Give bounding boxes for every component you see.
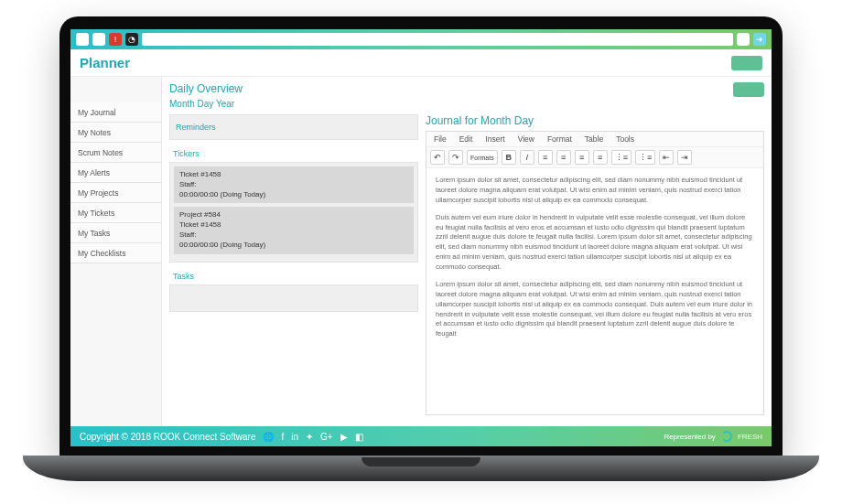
home-icon[interactable]: ◐	[76, 33, 89, 46]
editor-menubar: File Edit Insert View Format Table Tools	[426, 132, 763, 147]
sidebar-item-journal[interactable]: My Journal	[70, 102, 161, 123]
tasks-heading: Tasks	[169, 268, 418, 284]
clock-icon[interactable]: ◔	[125, 33, 138, 46]
journal-heading: Journal for Month Day	[426, 114, 764, 127]
align-justify-button[interactable]: ≡	[593, 150, 608, 165]
editor-toolbar: Formats B I ≡ ≡ ≡ ≡ ⋮≡ ⋮≡	[426, 147, 763, 168]
reminders-heading: Reminders	[176, 119, 412, 135]
tickers-heading: Tickers	[169, 145, 418, 162]
app-root: ◐ ▦ ! ◔ ︿ ➜ Planner	[70, 29, 772, 446]
facebook-icon[interactable]: f	[281, 432, 284, 442]
represented-by-label: Represented by	[664, 433, 715, 441]
main: Daily Overview Month Day Year Reminders	[162, 77, 772, 426]
sidebar-item-tasks[interactable]: My Tasks	[70, 223, 161, 243]
tickers-panel: Ticket #1458 Staff: 00:00/00:00 (Doing T…	[169, 162, 418, 263]
ticker-card[interactable]: Project #584 Ticket #1458 Staff: 00:00/0…	[174, 207, 414, 253]
align-right-button[interactable]: ≡	[575, 150, 589, 165]
outdent-button[interactable]: ⇤	[659, 150, 674, 165]
linkedin-icon[interactable]: in	[291, 432, 298, 442]
align-center-button[interactable]: ≡	[556, 150, 571, 165]
sidebar-item-projects[interactable]: My Projects	[70, 183, 161, 203]
menu-format[interactable]: Format	[547, 134, 572, 144]
page-title: Planner	[80, 55, 130, 70]
number-list-button[interactable]: ⋮≡	[635, 150, 655, 165]
youtube-icon[interactable]: ▶	[340, 432, 348, 442]
rich-text-editor: File Edit Insert View Format Table Tools	[426, 131, 764, 415]
menu-table[interactable]: Table	[585, 134, 603, 144]
instagram-icon[interactable]: ◧	[355, 432, 363, 442]
sidebar-item-tickets[interactable]: My Tickets	[70, 203, 161, 223]
calendar-icon[interactable]: ▦	[92, 33, 105, 46]
title-bar: Planner	[70, 49, 772, 77]
alert-icon[interactable]: !	[109, 33, 122, 46]
menu-file[interactable]: File	[434, 134, 447, 144]
globe-icon[interactable]: 🌐	[263, 432, 274, 442]
align-left-button[interactable]: ≡	[538, 150, 553, 165]
date-line: Month Day Year	[169, 99, 243, 109]
reminders-panel: Reminders	[169, 114, 418, 140]
logout-icon[interactable]: ➜	[753, 33, 766, 46]
sidebar-item-alerts[interactable]: My Alerts	[70, 163, 161, 183]
footer-copyright: Copyright © 2018 ROOK Connect Software	[80, 432, 255, 442]
content: My Journal My Notes Scrum Notes My Alert…	[70, 77, 772, 426]
sidebar-item-notes[interactable]: My Notes	[70, 123, 161, 143]
google-icon[interactable]: G+	[320, 432, 333, 442]
bullet-list-button[interactable]: ⋮≡	[611, 150, 632, 165]
bold-button[interactable]: B	[502, 150, 516, 165]
overview-action-button[interactable]	[733, 82, 764, 97]
ticker-card[interactable]: Ticket #1458 Staff: 00:00/00:00 (Doing T…	[174, 166, 414, 203]
journal-paragraph: Lorem ipsum dolor sit amet, consectetur …	[436, 176, 754, 206]
overview-title: Daily Overview	[169, 82, 243, 95]
indent-button[interactable]: ⇥	[677, 150, 692, 165]
formats-button[interactable]: Formats	[467, 150, 498, 165]
tasks-panel	[169, 284, 418, 312]
menu-view[interactable]: View	[518, 134, 534, 144]
journal-paragraph: Duis autem vel eum iriure dolor in hendr…	[436, 213, 754, 273]
menu-insert[interactable]: Insert	[485, 134, 504, 144]
right-column: Journal for Month Day File Edit Insert V…	[426, 114, 764, 417]
editor-body[interactable]: Lorem ipsum dolor sit amet, consectetur …	[426, 168, 763, 414]
left-column: Reminders Tickers Ticket #1458 Staff: 00…	[169, 114, 418, 417]
twitter-icon[interactable]: ✦	[306, 432, 313, 442]
redo-button[interactable]	[448, 150, 463, 165]
sidebar-item-checklists[interactable]: My Checklists	[70, 243, 161, 263]
sidebar: My Journal My Notes Scrum Notes My Alert…	[70, 77, 162, 426]
menu-edit[interactable]: Edit	[459, 134, 473, 144]
header-action-button[interactable]	[731, 56, 762, 70]
sidebar-item-scrum[interactable]: Scrum Notes	[70, 143, 161, 163]
undo-button[interactable]	[430, 150, 445, 165]
top-bar: ◐ ▦ ! ◔ ︿ ➜	[70, 29, 772, 49]
journal-paragraph: Lorem ipsum dolor sit amet, consectetur …	[436, 280, 754, 339]
footer: Copyright © 2018 ROOK Connect Software 🌐…	[70, 426, 772, 446]
menu-tools[interactable]: Tools	[616, 134, 634, 144]
chevron-up-icon[interactable]: ︿	[737, 33, 750, 46]
search-input[interactable]	[142, 33, 733, 46]
fresh-brand: FRESH	[738, 433, 762, 441]
italic-button[interactable]: I	[520, 150, 534, 165]
fresh-logo-icon	[721, 431, 732, 442]
